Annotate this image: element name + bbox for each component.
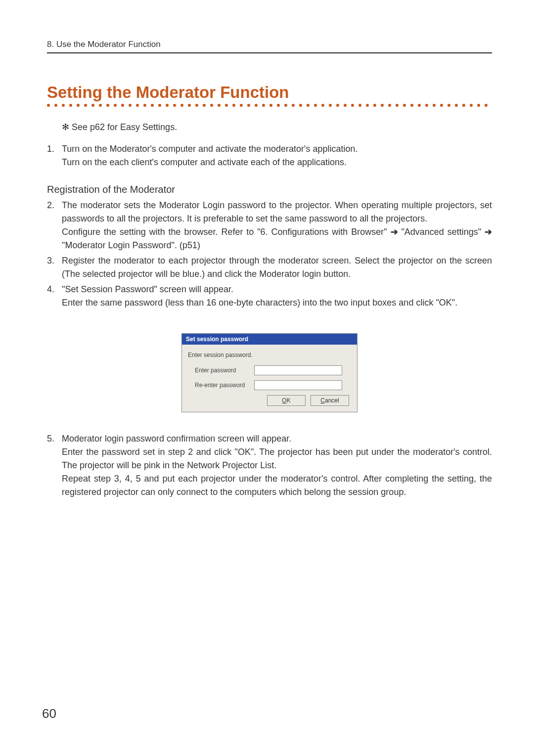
arrow-icon: ➔: [391, 227, 398, 237]
step-4-num: 4.: [47, 283, 62, 310]
step-2: 2. The moderator sets the Moderator Logi…: [47, 199, 492, 252]
dialog-instruction: Enter session password.: [188, 352, 351, 358]
note-easy-settings: ✻ See p62 for Easy Settings.: [62, 122, 492, 133]
step-1-line1: Turn on the Moderator's computer and act…: [62, 142, 492, 156]
step-3-num: 3.: [47, 254, 62, 281]
step-5: 5. Moderator login password confirmation…: [47, 432, 492, 499]
decorative-dots: [47, 104, 492, 107]
enter-password-label: Enter password: [195, 367, 254, 374]
enter-password-input[interactable]: [254, 365, 342, 375]
step-4-line1: "Set Session Password" screen will appea…: [62, 283, 492, 296]
step-2-p1: The moderator sets the Moderator Login p…: [62, 199, 492, 225]
step-5-p2: Repeat step 3, 4, 5 and put each project…: [62, 472, 492, 499]
step-1-num: 1.: [47, 142, 62, 169]
step-3: 3. Register the moderator to each projec…: [47, 254, 492, 281]
step-3-text: Register the moderator to each projector…: [62, 254, 492, 281]
page-title: Setting the Moderator Function: [47, 83, 492, 102]
step-2-num: 2.: [47, 199, 62, 252]
dialog-title: Set session password: [182, 334, 357, 345]
step-5-p1: Enter the password set in step 2 and cli…: [62, 445, 492, 472]
arrow-icon: ➔: [485, 227, 492, 237]
ok-button[interactable]: OK: [267, 395, 306, 406]
reenter-password-label: Re-enter password: [195, 382, 254, 389]
step-5-line1: Moderator login password confirmation sc…: [62, 432, 492, 445]
reenter-password-input[interactable]: [254, 380, 342, 390]
set-session-password-dialog: Set session password Enter session passw…: [181, 333, 357, 412]
step-5-num: 5.: [47, 432, 62, 499]
subheading-registration: Registration of the Moderator: [47, 182, 492, 197]
page-number: 60: [42, 706, 56, 721]
step-1-line2: Turn on the each client's computer and a…: [62, 156, 492, 169]
step-4: 4. "Set Session Password" screen will ap…: [47, 283, 492, 310]
cancel-button[interactable]: Cancel: [311, 395, 349, 406]
step-4-line2: Enter the same password (less than 16 on…: [62, 296, 492, 310]
step-2-p2: Configure the setting with the browser. …: [62, 225, 492, 252]
step-1: 1. Turn on the Moderator's computer and …: [47, 142, 492, 169]
chapter-header: 8. Use the Moderator Function: [47, 40, 492, 53]
